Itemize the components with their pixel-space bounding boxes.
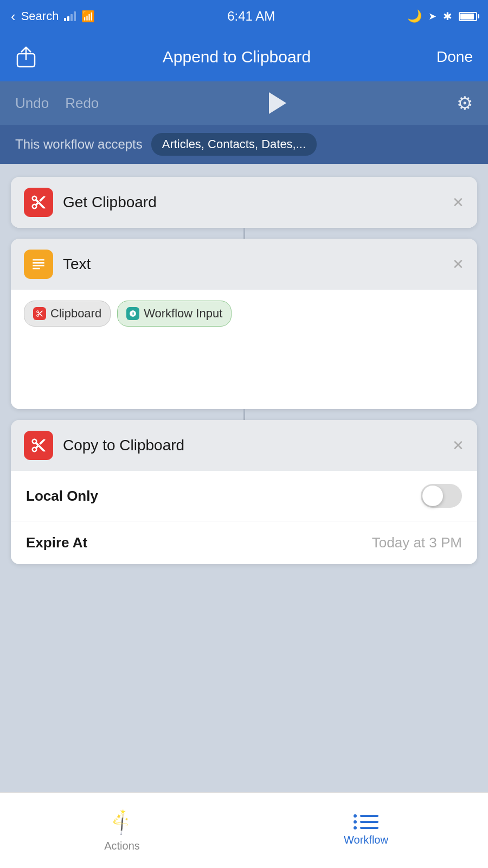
copy-to-clipboard-card: Copy to Clipboard ✕ Local Only Expire At… [11, 420, 477, 564]
local-only-label: Local Only [26, 488, 421, 505]
copy-to-clipboard-icon [24, 431, 53, 460]
tab-actions-label: Actions [104, 840, 140, 852]
copy-to-clipboard-close-button[interactable]: ✕ [452, 437, 464, 454]
text-input-area[interactable]: Clipboard Workflow Input [11, 290, 477, 409]
local-only-row: Local Only [11, 471, 477, 521]
tab-workflow[interactable]: Workflow [244, 793, 488, 868]
text-card-body: Clipboard Workflow Input [11, 290, 477, 409]
tab-bar: 🪄 Actions Workflow [0, 792, 488, 868]
connector-1 [243, 228, 245, 239]
toggle-knob [422, 486, 443, 506]
workflow-input-token[interactable]: Workflow Input [117, 301, 232, 327]
get-clipboard-icon [24, 188, 53, 217]
location-icon: ➤ [428, 10, 436, 22]
clipboard-token-label: Clipboard [50, 307, 101, 321]
local-only-toggle[interactable] [421, 484, 462, 508]
undo-button[interactable]: Undo [15, 95, 49, 112]
workflow-area: Get Clipboard ✕ Text ✕ [0, 164, 488, 673]
moon-icon: 🌙 [407, 9, 422, 23]
get-clipboard-title: Get Clipboard [63, 194, 442, 211]
share-button[interactable] [15, 45, 37, 69]
copy-to-clipboard-title: Copy to Clipboard [63, 437, 442, 454]
status-right: 🌙 ➤ ✱ [407, 9, 477, 23]
settings-gear-icon[interactable]: ⚙ [457, 92, 473, 114]
copy-to-clipboard-body: Local Only Expire At Today at 3 PM [11, 471, 477, 564]
play-triangle-icon [269, 92, 286, 114]
expire-at-row: Expire At Today at 3 PM [11, 521, 477, 564]
clipboard-token-icon [33, 307, 46, 320]
nav-bar: Append to Clipboard Done [0, 33, 488, 81]
status-bar: ‹ Search 📶 6:41 AM 🌙 ➤ ✱ [0, 0, 488, 33]
accepts-badge[interactable]: Articles, Contacts, Dates,... [151, 133, 317, 156]
clipboard-token[interactable]: Clipboard [24, 301, 111, 327]
workflow-token-icon [126, 307, 139, 320]
page-title: Append to Clipboard [163, 48, 311, 66]
status-time: 6:41 AM [227, 9, 275, 24]
get-clipboard-header: Get Clipboard ✕ [11, 177, 477, 228]
get-clipboard-card: Get Clipboard ✕ [11, 177, 477, 228]
connector-2 [243, 409, 245, 420]
done-button[interactable]: Done [436, 48, 473, 66]
expire-at-label: Expire At [26, 534, 372, 551]
text-card: Text ✕ Clipboard [11, 239, 477, 409]
get-clipboard-close-button[interactable]: ✕ [452, 194, 464, 211]
accepts-bar: This workflow accepts Articles, Contacts… [0, 125, 488, 164]
text-card-close-button[interactable]: ✕ [452, 256, 464, 273]
text-card-header: Text ✕ [11, 239, 477, 290]
toolbar: Undo Redo ⚙ [0, 81, 488, 125]
redo-button[interactable]: Redo [65, 95, 99, 112]
bluetooth-icon: ✱ [443, 10, 452, 23]
status-left: ‹ Search 📶 [11, 8, 95, 25]
copy-to-clipboard-header: Copy to Clipboard ✕ [11, 420, 477, 471]
workflow-token-label: Workflow Input [144, 307, 222, 321]
signal-bars [64, 11, 76, 21]
tab-workflow-label: Workflow [344, 834, 388, 846]
tab-actions[interactable]: 🪄 Actions [0, 793, 244, 868]
wifi-icon: 📶 [81, 10, 95, 23]
back-arrow[interactable]: ‹ [11, 8, 16, 25]
accepts-label: This workflow accepts [15, 137, 143, 152]
text-card-title: Text [63, 256, 442, 273]
text-card-icon [24, 250, 53, 279]
battery-icon [459, 12, 477, 21]
carrier-label: Search [21, 9, 59, 23]
play-button[interactable] [99, 92, 457, 114]
expire-at-value[interactable]: Today at 3 PM [372, 534, 462, 551]
